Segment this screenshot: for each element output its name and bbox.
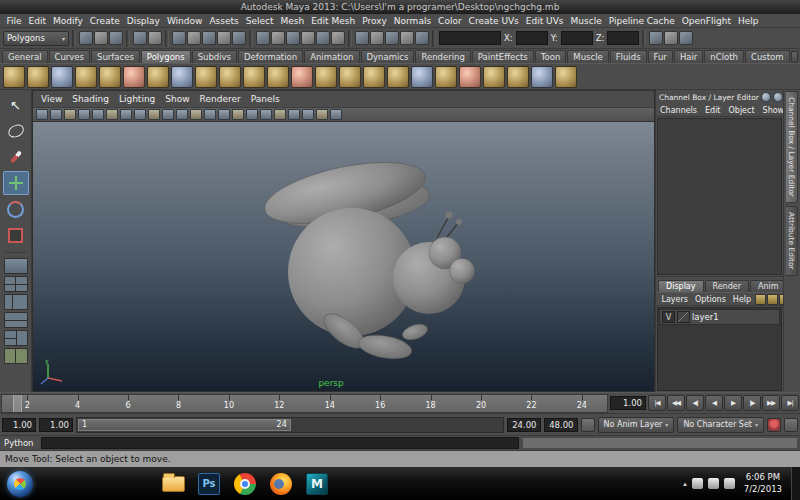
safe-action-icon[interactable]: [204, 109, 216, 120]
status-divider[interactable]: [249, 30, 253, 47]
split-polygon-icon[interactable]: [531, 66, 553, 88]
resolution-gate-icon[interactable]: [162, 109, 174, 120]
layer-editor-tab[interactable]: Anim: [750, 280, 787, 292]
shelf-tab[interactable]: Rendering: [415, 50, 470, 63]
shelf-tab[interactable]: Hair: [674, 50, 703, 63]
layer-row[interactable]: V layer1: [659, 309, 780, 325]
time-slider[interactable]: 24681012141618202224: [1, 394, 608, 413]
channel-box-menu[interactable]: Edit: [701, 106, 725, 115]
toggle-tool-settings-icon[interactable]: [664, 31, 678, 45]
render-settings-icon[interactable]: [400, 31, 414, 45]
boolean-union-icon[interactable]: [387, 66, 409, 88]
poly-helix-icon[interactable]: [219, 66, 241, 88]
animation-preferences-icon[interactable]: [784, 418, 798, 432]
poly-cylinder-icon[interactable]: [51, 66, 73, 88]
playback-end-field[interactable]: [507, 418, 541, 432]
layer-editor-menu[interactable]: Options: [691, 295, 729, 304]
safe-title-icon[interactable]: [218, 109, 230, 120]
use-default-material-icon[interactable]: [274, 109, 286, 120]
snap-grid-icon[interactable]: [256, 31, 270, 45]
step-back-key-button[interactable]: ◀|: [686, 395, 704, 411]
menu-item[interactable]: Select: [242, 16, 277, 26]
poly-torus-icon[interactable]: [123, 66, 145, 88]
selection-input[interactable]: [439, 31, 501, 45]
shelf-tab[interactable]: Fur: [648, 50, 673, 63]
paint-selection-tool-button[interactable]: [3, 145, 29, 169]
step-forward-key-button[interactable]: |▶: [743, 395, 761, 411]
menu-item[interactable]: Muscle: [567, 16, 605, 26]
channel-box-menu[interactable]: Object: [725, 106, 759, 115]
animation-start-field[interactable]: [2, 418, 36, 432]
render-current-frame-icon[interactable]: [370, 31, 384, 45]
playback-speed-icon[interactable]: [581, 418, 595, 432]
go-to-start-button[interactable]: |◀: [648, 395, 666, 411]
status-divider[interactable]: [642, 30, 646, 47]
paint-effects-icon[interactable]: [415, 31, 429, 45]
lock-camera-icon[interactable]: [50, 109, 62, 120]
shelf-tab[interactable]: Curves: [49, 50, 91, 63]
bridge-icon[interactable]: [483, 66, 505, 88]
snap-projected-center-icon[interactable]: [301, 31, 315, 45]
combine-icon[interactable]: [315, 66, 337, 88]
menu-item[interactable]: Edit Mesh: [308, 16, 359, 26]
textured-icon[interactable]: [260, 109, 272, 120]
field-chart-icon[interactable]: [190, 109, 202, 120]
auto-keyframe-icon[interactable]: [767, 418, 781, 432]
current-time-marker[interactable]: [13, 395, 22, 412]
taskbar-clock[interactable]: 6:06 PM 7/2/2013: [740, 472, 786, 495]
menu-item[interactable]: Display: [123, 16, 163, 26]
select-object-icon[interactable]: [187, 31, 201, 45]
start-button[interactable]: [0, 467, 40, 500]
show-desktop-button[interactable]: [791, 467, 800, 500]
bevel-icon[interactable]: [459, 66, 481, 88]
menu-item[interactable]: Window: [163, 16, 206, 26]
menu-item[interactable]: Edit: [25, 16, 49, 26]
channel-box-menu[interactable]: Channels: [656, 106, 701, 115]
grid-icon[interactable]: [134, 109, 146, 120]
poly-cube-icon[interactable]: [27, 66, 49, 88]
make-live-icon[interactable]: [331, 31, 345, 45]
attribute-editor-tab[interactable]: Attribute Editor: [786, 206, 798, 276]
z-coordinate-input[interactable]: [607, 31, 639, 45]
camera-attributes-icon[interactable]: [64, 109, 76, 120]
poly-pyramid-icon[interactable]: [171, 66, 193, 88]
toggle-channel-box-icon[interactable]: [679, 31, 693, 45]
play-forwards-button[interactable]: ▶: [724, 395, 742, 411]
menu-item[interactable]: Create UVs: [465, 16, 522, 26]
menu-item[interactable]: Mesh: [277, 16, 308, 26]
move-tool-button[interactable]: [3, 171, 29, 195]
command-language-label[interactable]: Python: [2, 438, 38, 448]
current-frame-field[interactable]: [610, 396, 646, 410]
viewport-menu[interactable]: Renderer: [195, 94, 246, 104]
step-back-frame-button[interactable]: ◀◀: [667, 395, 685, 411]
status-divider[interactable]: [165, 30, 169, 47]
persp-uv-layout-button[interactable]: [4, 348, 28, 364]
select-hierarchy-icon[interactable]: [172, 31, 186, 45]
layer-name[interactable]: layer1: [692, 312, 719, 322]
step-forward-frame-button[interactable]: ▶▶: [762, 395, 780, 411]
shelf-tab[interactable]: PaintEffects: [472, 50, 534, 63]
snap-curve-icon[interactable]: [271, 31, 285, 45]
new-scene-icon[interactable]: [79, 31, 93, 45]
screen-space-ao-icon[interactable]: [302, 109, 314, 120]
selection-mask-icon[interactable]: [232, 31, 246, 45]
isolate-select-icon[interactable]: [316, 109, 328, 120]
shelf-tab[interactable]: Deformation: [238, 50, 303, 63]
poly-plane-icon[interactable]: [99, 66, 121, 88]
3d-scene[interactable]: [33, 122, 654, 391]
shelf-tab[interactable]: Custom: [745, 50, 790, 63]
shelf-tab[interactable]: Muscle: [567, 50, 608, 63]
menu-item[interactable]: OpenFlight: [678, 16, 734, 26]
single-pane-layout-button[interactable]: [4, 258, 28, 274]
poly-soccer-ball-icon[interactable]: [243, 66, 265, 88]
character-set-button[interactable]: No Character Set: [677, 417, 764, 433]
shelf-tab[interactable]: Toon: [535, 50, 567, 63]
wireframe-icon[interactable]: [232, 109, 244, 120]
viewport-menu[interactable]: Panels: [246, 94, 285, 104]
menu-item[interactable]: Modify: [50, 16, 87, 26]
move-layer-up-icon[interactable]: [755, 294, 766, 305]
menu-item[interactable]: Normals: [390, 16, 434, 26]
merge-vertex-icon[interactable]: [507, 66, 529, 88]
menu-item[interactable]: Assets: [206, 16, 242, 26]
channel-box-layer-editor-tab[interactable]: Channel Box / Layer Editor: [786, 91, 798, 203]
